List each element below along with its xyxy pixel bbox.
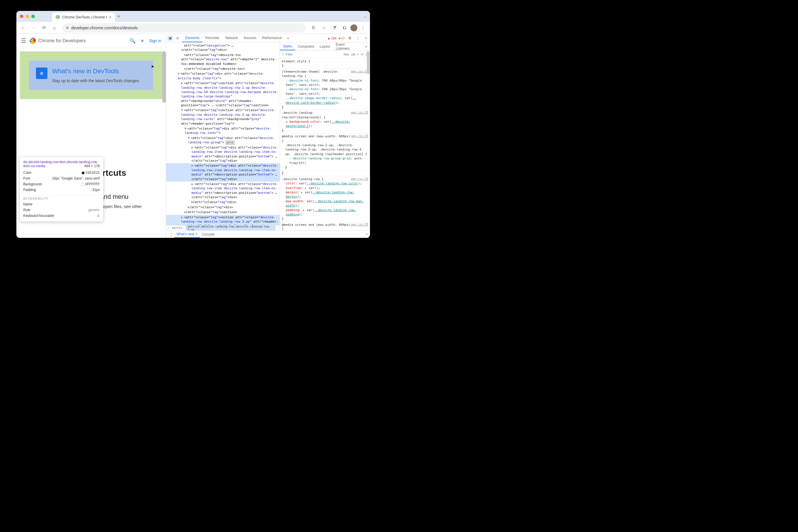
tooltip-accessibility-header: ACCESSIBILITY [23, 195, 100, 200]
breadcrumb-scroll-left-icon[interactable]: ‹ [166, 226, 170, 229]
drawer-tab-console[interactable]: Console [200, 231, 217, 238]
google-icon[interactable]: G [340, 23, 349, 33]
dom-node[interactable]: ▼<attr">class="tag">div attr">class="dev… [166, 136, 280, 145]
bookmark-icon[interactable]: ☆ [319, 23, 329, 33]
css-property[interactable]: --devsite-landing-row-group-grid: auto-f… [282, 156, 368, 165]
css-rule[interactable]: .devsite-landing-row-2-up, .devsite-land… [282, 143, 368, 156]
css-property[interactable]: color: var(--devsite-landing-row-color); [282, 181, 368, 186]
css-property[interactable]: padding: ▸ var(--devsite-landing-row-pad… [282, 208, 368, 217]
dom-node[interactable]: </attr">class="tag">section> [166, 210, 280, 214]
inspect-element-icon[interactable]: ▣ [167, 35, 173, 41]
dom-node[interactable]: ▼<attr">class="tag">section attr">class=… [166, 108, 280, 126]
css-rule[interactable]: element.style { [282, 59, 368, 63]
css-property[interactable]: --devsite-h2-font: 500 28px/36px "Google… [282, 87, 368, 96]
devtools-panel: ▣ ⎚ ElementsRecorderNetworkSourcesPerfor… [166, 34, 370, 238]
dom-node[interactable]: ▼<attr">class="tag">div attr">class="dev… [166, 126, 280, 136]
drawer-tab-whats-new[interactable]: What's new× [174, 231, 200, 238]
devtools-tab-network[interactable]: Network [222, 34, 241, 42]
more-styles-tabs-icon[interactable]: » [362, 43, 370, 50]
search-icon[interactable]: 🔍 [129, 38, 136, 44]
devtools-tab-sources[interactable]: Sources [241, 34, 259, 42]
css-property[interactable]: margin: ▸ var(--devsite-landing-row-marg… [282, 190, 368, 199]
home-button[interactable]: ⌂ [50, 23, 59, 33]
dom-node[interactable]: ▶<attr">class="tag">div attr">class="dev… [166, 182, 280, 200]
minimize-window-button[interactable] [25, 15, 29, 18]
warnings-badge[interactable]: ■ 10 [339, 37, 345, 40]
css-property[interactable]: ☐ background-color: var(--devsite-backgr… [282, 119, 368, 128]
css-rule-close: } [282, 63, 368, 68]
close-devtools-icon[interactable]: × [363, 35, 369, 41]
breadcrumb-item-active[interactable]: section.devsite-landing-row.devsite-land… [186, 225, 276, 230]
close-window-button[interactable] [20, 15, 23, 18]
css-rule[interactable]: app.css:25@media screen and (max-width: … [282, 223, 368, 230]
breadcrumb-item[interactable]: earfix. [170, 226, 186, 229]
styles-scrollbar[interactable] [367, 51, 370, 74]
settings-icon[interactable]: ⚙ [347, 35, 353, 41]
css-rule[interactable]: app.css:37[theme=chrome-theme] .devsite-… [282, 70, 368, 78]
devtools-tab-recorder[interactable]: Recorder [202, 34, 222, 42]
theme-toggle-icon[interactable]: ☀ [140, 38, 144, 44]
profile-avatar[interactable] [350, 24, 357, 31]
styles-tab-computed[interactable]: Computed [295, 43, 317, 50]
dom-node[interactable]: ▶<attr">class="tag">section attr">class=… [166, 81, 280, 108]
dom-node[interactable]: ▶<attr">class="tag">div attr">class="dev… [166, 145, 280, 164]
dom-node[interactable]: ▶<attr">class="tag">div attr">class="dev… [166, 163, 280, 182]
close-drawer-icon[interactable]: × [366, 232, 368, 236]
dom-node[interactable]: </attr">class="tag">div> [166, 200, 280, 205]
css-property[interactable]: overflow: ▸ var(); [282, 186, 368, 190]
document-icon: ≡ [36, 68, 48, 79]
dom-node[interactable]: </attr">class="tag">div> [166, 205, 280, 210]
styles-filter-input[interactable] [286, 53, 341, 56]
site-settings-icon[interactable]: ⚙ [66, 26, 69, 30]
css-rule[interactable]: app.css:25@media screen and (max-width: … [282, 134, 368, 143]
site-brand[interactable]: Chrome for Developers [30, 38, 86, 44]
reload-button[interactable]: ⟳ [39, 23, 49, 33]
devtools-tabs: ▣ ⎚ ElementsRecorderNetworkSourcesPerfor… [166, 34, 370, 42]
close-tab-icon[interactable]: × [109, 15, 112, 20]
dom-node[interactable]: ▼<attr">class="tag">div attr">class="dev… [166, 71, 280, 81]
tabs-dropdown-icon[interactable]: ⌄ [364, 14, 367, 18]
new-style-rule-icon[interactable]: + [357, 53, 359, 56]
hov-toggle[interactable]: :hov [343, 53, 349, 56]
install-app-icon[interactable]: ⎘ [309, 23, 318, 33]
drawer-menu-icon[interactable]: ⋮ [168, 232, 174, 236]
extensions-icon[interactable]: ⧩ [330, 23, 339, 33]
back-button[interactable]: ← [19, 23, 28, 33]
browser-tab[interactable]: Chrome DevTools | Chrome f × [52, 13, 115, 22]
css-rule[interactable]: app.css:33.devsite-landing-row:not([back… [282, 111, 368, 119]
devtools-tab-elements[interactable]: Elements [182, 34, 202, 42]
css-property[interactable]: --devsite-image-border-radius: var(--dev… [282, 96, 368, 105]
styles-tab-layout[interactable]: Layout [317, 43, 333, 50]
dom-node[interactable]: ▶<attr">class="tag">section attr">class=… [166, 215, 280, 226]
new-tab-button[interactable]: + [117, 14, 120, 20]
maximize-window-button[interactable] [31, 15, 35, 18]
more-tabs-icon[interactable]: » [285, 35, 291, 41]
url-bar[interactable]: ⚙ developer.chrome.com/docs/devtools [62, 23, 305, 33]
css-property[interactable]: max-width: var(--devsite-landing-row-max… [282, 199, 368, 208]
styles-tab-styles[interactable]: Styles [280, 43, 295, 50]
browser-window: Chrome DevTools | Chrome f × + ⌄ ← → ⟳ ⌂… [16, 11, 370, 238]
css-rule[interactable]: app.css:33.devsite-landing-row { [282, 177, 368, 181]
featured-card[interactable]: ≡ What's new in DevTools Stay up to date… [29, 61, 153, 90]
devtools-tab-performance[interactable]: Performance [259, 34, 284, 42]
page-header-right: 🔍 ☀ Sign in [129, 38, 161, 44]
device-toolbar-icon[interactable]: ⎚ [175, 35, 181, 41]
dom-node[interactable]: <attr">class="tag">devsite-toc attr">cla… [166, 53, 280, 66]
dom-tree[interactable]: attr">role="navigation"> … </attr">class… [166, 42, 280, 225]
devtools-menu-icon[interactable]: ⋮ [355, 35, 361, 41]
dom-breadcrumb[interactable]: ‹ earfix. section.devsite-landing-row.de… [166, 225, 280, 230]
breadcrumb-scroll-right-icon[interactable]: › [276, 226, 280, 229]
signin-link[interactable]: Sign in [149, 38, 161, 43]
hamburger-icon[interactable]: ☰ [21, 37, 26, 44]
errors-badge[interactable]: ▲ 168 [328, 37, 336, 40]
cls-toggle[interactable]: .cls [351, 53, 356, 56]
computed-styles-icon[interactable]: ▭ [361, 52, 364, 56]
dom-node-close[interactable]: </attr">class="tag">devsite-toc> [166, 66, 280, 71]
browser-menu-icon[interactable]: ⋮ [358, 23, 368, 33]
css-rules[interactable]: element.style {}app.css:37[theme=chrome-… [280, 58, 370, 230]
dom-node[interactable]: attr">role="navigation"> … </attr">class… [166, 43, 280, 53]
forward-button[interactable]: → [29, 23, 38, 33]
css-property[interactable]: --devsite-h1-font: 700 48px/60px "Google… [282, 78, 368, 87]
highlighted-section: ≡ What's new in DevTools Stay up to date… [20, 52, 162, 99]
page-scrollbar[interactable] [162, 51, 166, 103]
